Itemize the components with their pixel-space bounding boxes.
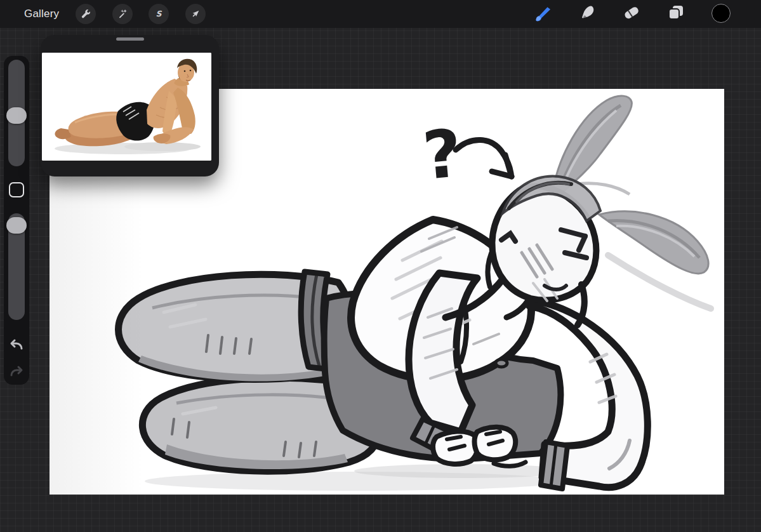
reference-drag-handle[interactable]	[116, 37, 144, 41]
reference-window[interactable]	[41, 35, 219, 176]
svg-text:S: S	[156, 9, 162, 18]
reference-photo	[42, 53, 211, 161]
wrench-icon	[79, 8, 92, 20]
brush-icon	[532, 2, 553, 26]
layers-icon	[665, 2, 687, 26]
top-toolbar: Gallery S	[0, 0, 761, 28]
redo-button[interactable]	[8, 362, 25, 380]
arrow-annotation	[456, 140, 512, 176]
brush-size-thumb[interactable]	[6, 107, 27, 124]
procreate-workspace: { "header": { "gallery_label": "Gallery"…	[0, 0, 761, 532]
smudge-tool-button[interactable]	[575, 2, 599, 26]
actions-button[interactable]	[76, 4, 96, 24]
transform-button[interactable]	[185, 4, 206, 24]
color-swatch-button[interactable]	[711, 4, 731, 23]
brush-sidebar	[4, 56, 29, 385]
paint-tool-button[interactable]	[531, 2, 555, 26]
adjustments-button[interactable]	[112, 4, 133, 24]
transform-arrow-icon	[189, 8, 202, 20]
undo-icon	[8, 345, 25, 356]
erase-tool-button[interactable]	[619, 2, 644, 26]
layers-button[interactable]	[664, 2, 688, 26]
redo-icon	[8, 371, 25, 382]
smudge-icon	[576, 2, 598, 26]
opacity-thumb[interactable]	[6, 217, 27, 234]
selection-s-icon: S	[152, 8, 165, 20]
modify-button[interactable]	[9, 182, 24, 197]
magic-wand-icon	[116, 8, 129, 20]
question-mark-annotation: ?	[420, 114, 465, 195]
eraser-icon	[621, 2, 642, 26]
gallery-button[interactable]: Gallery	[24, 0, 59, 28]
selection-button[interactable]: S	[149, 4, 169, 24]
undo-button[interactable]	[8, 336, 25, 354]
